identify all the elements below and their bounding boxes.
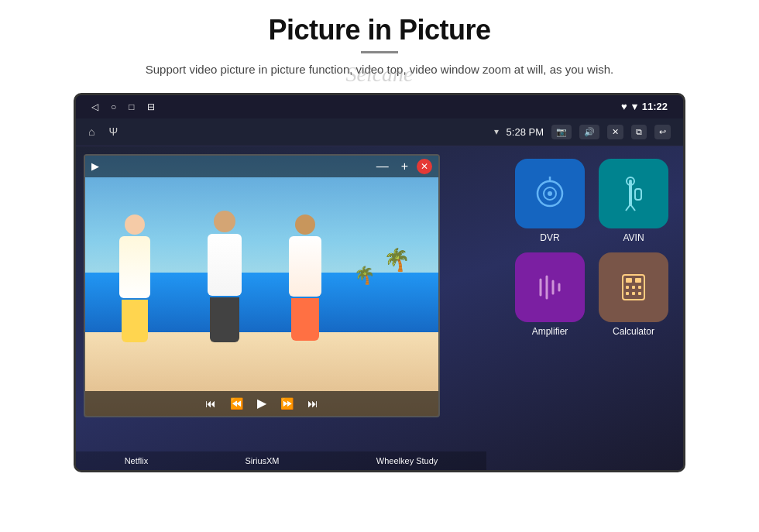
svg-rect-20	[626, 292, 629, 295]
status-time: 11:22	[642, 101, 668, 112]
avin-icon	[615, 175, 652, 212]
back-btn[interactable]: ↩	[654, 125, 671, 139]
palm-tree2: 🌴	[354, 266, 375, 286]
subtitle: Support video picture in picture functio…	[146, 61, 613, 79]
amplifier-icon-box[interactable]	[515, 252, 585, 322]
pip-playback[interactable]: ⏮ ⏪ ▶ ⏩ ⏭	[85, 391, 438, 416]
svg-line-7	[626, 204, 630, 211]
status-bar-left: ◁ ○ □ ⊟	[91, 101, 155, 112]
volume-btn[interactable]: 🔊	[579, 125, 599, 139]
nav-bar-right: ▾ 5:28 PM 📷 🔊 ✕ ⧉ ↩	[494, 125, 671, 139]
bottom-app-labels: Netflix SiriusXM Wheelkey Study	[76, 451, 486, 470]
svg-rect-9	[635, 189, 641, 200]
svg-rect-21	[632, 292, 635, 295]
svg-point-2	[548, 191, 552, 196]
prev-btn[interactable]: ⏮	[205, 397, 216, 410]
calculator-app[interactable]: Calculator	[596, 252, 671, 337]
next-btn[interactable]: ⏭	[307, 397, 318, 410]
calculator-icon-box[interactable]	[599, 252, 668, 322]
amplifier-app[interactable]: Amplifier	[513, 252, 587, 337]
main-content: ○ ▶ — + ✕	[76, 146, 683, 470]
app-area-left: ○ ▶ — + ✕	[76, 146, 513, 470]
netflix-label: Netflix	[125, 456, 149, 465]
avin-app[interactable]: AVIN	[596, 159, 671, 243]
wheelkey-label: Wheelkey Study	[376, 456, 438, 465]
home-circle-icon: ○	[111, 101, 116, 112]
forward-btn[interactable]: ⏩	[280, 397, 294, 410]
figure1	[113, 215, 156, 342]
pip-window[interactable]: ▶ — + ✕	[84, 154, 440, 417]
page-wrapper: Picture in Picture Seicane Support video…	[0, 0, 759, 532]
rewind-btn[interactable]: ⏪	[230, 397, 243, 410]
back-arrow-icon: ◁	[91, 101, 98, 112]
dvr-icon	[531, 175, 568, 212]
svg-rect-16	[635, 278, 641, 283]
status-bar-right: ♥ ▾ 11:22	[621, 101, 668, 112]
screenshot-icon: ⊟	[147, 101, 155, 112]
page-title: Picture in Picture	[268, 14, 490, 46]
calculator-label: Calculator	[613, 326, 654, 337]
location-icon: ♥	[621, 101, 627, 112]
signal-icon: ▾	[632, 101, 637, 112]
figure2	[201, 211, 248, 342]
close-btn[interactable]: ✕	[607, 125, 623, 139]
svg-rect-22	[638, 292, 641, 295]
pip-close-btn[interactable]: ✕	[417, 159, 432, 174]
wifi-icon: ▾	[494, 126, 499, 137]
square-icon: □	[129, 101, 134, 112]
amplifier-label: Amplifier	[532, 326, 568, 337]
pip-header: ▶ — + ✕	[85, 156, 438, 177]
device-frame: ◁ ○ □ ⊟ ♥ ▾ 11:22 ⌂ Ψ ▾ 5:28 PM 📷 🔊	[74, 93, 685, 472]
title-divider	[361, 51, 398, 53]
status-bar: ◁ ○ □ ⊟ ♥ ▾ 11:22	[76, 95, 683, 118]
svg-rect-15	[626, 278, 632, 283]
dvr-label: DVR	[540, 232, 559, 243]
pip-expand-btn[interactable]: +	[397, 158, 412, 175]
nav-bar-left: ⌂ Ψ	[88, 125, 118, 138]
svg-rect-17	[626, 286, 629, 289]
avin-icon-box[interactable]	[599, 159, 668, 228]
pip-controls: — + ✕	[373, 158, 432, 175]
camera-btn[interactable]: 📷	[551, 125, 572, 139]
svg-rect-19	[638, 286, 641, 289]
figure3	[283, 215, 328, 342]
pip-video-icon: ▶	[91, 160, 99, 172]
svg-line-8	[630, 204, 635, 211]
avin-label: AVIN	[623, 232, 644, 243]
dvr-app[interactable]: DVR	[513, 159, 587, 243]
play-btn[interactable]: ▶	[257, 396, 266, 410]
amplifier-icon	[531, 269, 568, 306]
app-grid-right: DVR AVIN	[513, 146, 683, 470]
window-btn[interactable]: ⧉	[631, 125, 647, 139]
siriusxm-label: SiriusXM	[246, 456, 280, 465]
nav-bar: ⌂ Ψ ▾ 5:28 PM 📷 🔊 ✕ ⧉ ↩	[76, 118, 683, 146]
home-icon[interactable]: ⌂	[88, 125, 94, 138]
nav-time: 5:28 PM	[507, 126, 544, 138]
usb-icon: Ψ	[108, 125, 118, 138]
video-scene: 🌴 🌴	[85, 156, 438, 416]
dvr-icon-box[interactable]	[515, 159, 585, 228]
svg-rect-18	[632, 286, 635, 289]
palm-tree1: 🌴	[383, 247, 410, 273]
calculator-icon	[615, 269, 652, 306]
svg-point-6	[629, 180, 632, 183]
pip-minimize-btn[interactable]: —	[373, 158, 393, 175]
